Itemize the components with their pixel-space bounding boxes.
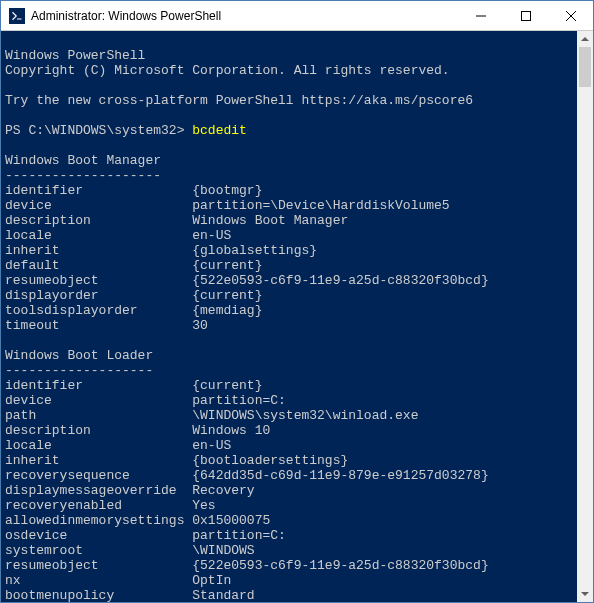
titlebar: Administrator: Windows PowerShell — [1, 1, 593, 31]
terminal-area: Windows PowerShell Copyright (C) Microso… — [1, 31, 593, 602]
window-controls — [458, 1, 593, 30]
terminal-output[interactable]: Windows PowerShell Copyright (C) Microso… — [1, 31, 577, 602]
boot-manager-rows: identifier {bootmgr} device partition=\D… — [5, 183, 573, 333]
scroll-up-button[interactable] — [577, 31, 593, 47]
prompt: PS C:\WINDOWS\system32> — [5, 123, 184, 138]
svg-rect-1 — [521, 11, 530, 20]
powershell-icon — [9, 8, 25, 24]
minimize-button[interactable] — [458, 1, 503, 30]
section-title: Windows Boot Loader — [5, 348, 153, 363]
header-line: Try the new cross-platform PowerShell ht… — [5, 93, 473, 108]
header-line: Copyright (C) Microsoft Corporation. All… — [5, 63, 450, 78]
scroll-down-button[interactable] — [577, 586, 593, 602]
powershell-window: Administrator: Windows PowerShell Window… — [0, 0, 594, 603]
section-divider: ------------------- — [5, 363, 153, 378]
window-title: Administrator: Windows PowerShell — [31, 9, 458, 23]
section-divider: -------------------- — [5, 168, 161, 183]
maximize-button[interactable] — [503, 1, 548, 30]
close-button[interactable] — [548, 1, 593, 30]
command-text: bcdedit — [192, 123, 247, 138]
boot-loader-rows: identifier {current} device partition=C:… — [5, 378, 573, 602]
header-line: Windows PowerShell — [5, 48, 145, 63]
section-title: Windows Boot Manager — [5, 153, 161, 168]
vertical-scrollbar[interactable] — [577, 31, 593, 602]
scroll-thumb[interactable] — [579, 47, 591, 87]
scroll-track[interactable] — [577, 47, 593, 586]
